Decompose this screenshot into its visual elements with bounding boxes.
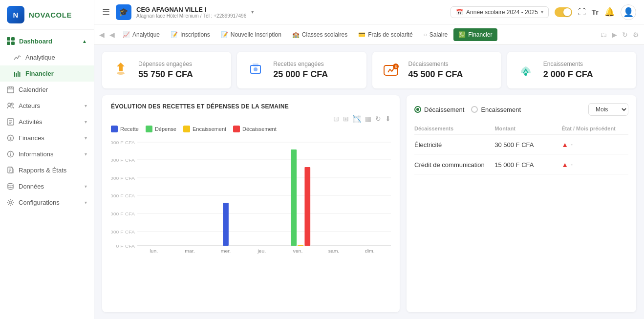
rapports-icon xyxy=(7,167,14,174)
svg-point-12 xyxy=(8,103,11,106)
svg-rect-1 xyxy=(11,37,15,41)
tab-inscriptions[interactable]: 📝 Inscriptions xyxy=(166,28,215,41)
notifications-icon[interactable]: 🔔 xyxy=(604,7,615,17)
school-name: CEG AFAGNAN VILLE I xyxy=(136,6,246,13)
activites-icon xyxy=(7,118,14,126)
panel-table: Décaissements Montant État / Mois précéd… xyxy=(414,123,628,175)
sidebar-item-acteurs[interactable]: Acteurs ▾ xyxy=(0,98,94,114)
school-address: Afagnan face Hôtel Milenium / Tél : +228… xyxy=(136,13,246,19)
chart-tool-crop-icon[interactable]: ⊡ xyxy=(333,115,339,123)
year-selector[interactable]: 📅 Année scolaire 2024 - 2025 ▾ xyxy=(451,6,549,18)
tab-classes-scolaires[interactable]: 🏫 Classes scolaires xyxy=(287,28,352,41)
legend-depense-color xyxy=(146,126,152,132)
tab-salaire[interactable]: ○ Salaire xyxy=(419,28,453,41)
school-details: CEG AFAGNAN VILLE I Afagnan face Hôtel M… xyxy=(136,6,246,19)
tab-nouvelle-inscription-icon: 📝 xyxy=(221,31,228,38)
configurations-chevron-icon: ▾ xyxy=(85,200,87,205)
logo-text: NOVACOLE xyxy=(29,11,72,19)
col-header-montant: Montant xyxy=(494,126,561,131)
svg-text:lun.: lun. xyxy=(150,249,158,254)
svg-text:sam.: sam. xyxy=(328,249,340,254)
tab-prev-icon[interactable]: ◀ xyxy=(97,31,107,39)
tab-refresh-icon[interactable]: ↻ xyxy=(620,31,630,39)
encaissements-label: Encaissements xyxy=(543,61,593,67)
sidebar-item-finances[interactable]: $ Finances ▾ xyxy=(0,130,94,146)
tab-nouvelle-inscription[interactable]: 📝 Nouvelle inscription xyxy=(216,28,286,41)
avatar[interactable]: 👤 xyxy=(621,4,636,20)
chart-tool-bar-icon[interactable]: ▦ xyxy=(365,115,371,123)
sidebar-item-informations[interactable]: i Informations ▾ xyxy=(0,146,94,162)
tab-financier[interactable]: 💹 Financier xyxy=(453,28,497,41)
tab-financier-label: Financier xyxy=(468,31,492,38)
chart-tool-refresh-icon[interactable]: ↻ xyxy=(375,115,381,123)
bar-chart-svg: 60 000 F CFA 50 000 F CFA 40 000 F CFA 3… xyxy=(111,137,391,255)
svg-point-31 xyxy=(254,67,258,71)
legend-encaissement: Encaissement xyxy=(183,126,226,132)
menu-toggle-icon[interactable]: ☰ xyxy=(102,7,110,18)
radio-encaissement[interactable]: Encaissement xyxy=(471,106,521,113)
svg-text:30 000 F CFA: 30 000 F CFA xyxy=(111,193,135,198)
tab-analytique[interactable]: 📈 Analytique xyxy=(118,28,165,41)
translate-icon[interactable]: Tr xyxy=(592,8,599,16)
school-chevron-icon[interactable]: ▾ xyxy=(251,9,254,15)
row-0-etat-value: - xyxy=(571,141,573,148)
theme-toggle[interactable] xyxy=(555,7,572,17)
tab-settings-icon[interactable]: ⚙ xyxy=(631,31,641,39)
panel-row-0: Électricité 30 500 F CFA ▲ - xyxy=(414,135,628,155)
configurations-label: Configurations xyxy=(19,199,60,206)
sidebar-logo[interactable]: N NOVACOLE xyxy=(0,0,94,30)
radio-decaissement-dot xyxy=(416,108,419,111)
chart-card: ÉVOLUTION DES RECETTES ET DÉPENSES DE LA… xyxy=(102,95,400,312)
financier-icon xyxy=(14,70,21,77)
year-label: Année scolaire 2024 - 2025 xyxy=(466,9,538,16)
svg-rect-57 xyxy=(223,203,229,246)
tab-next-left-icon[interactable]: ◀ xyxy=(107,31,117,39)
analytique-label: Analytique xyxy=(25,54,55,61)
sidebar-item-dashboard[interactable]: Dashboard ▲ xyxy=(0,33,94,49)
sidebar-item-analytique[interactable]: Analytique xyxy=(0,49,94,65)
sidebar-item-configurations[interactable]: Configurations ▾ xyxy=(0,194,94,211)
encaissements-info: Encaissements 2 000 F CFA xyxy=(543,61,593,80)
row-1-trend-icon: ▲ xyxy=(561,161,568,169)
chart-tool-table-icon[interactable]: ⊞ xyxy=(343,115,349,123)
tab-analytique-icon: 📈 xyxy=(123,31,130,38)
main-content: ☰ 🎓 CEG AFAGNAN VILLE I Afagnan face Hôt… xyxy=(94,0,644,319)
radio-decaissement[interactable]: Décaissement xyxy=(414,106,464,113)
svg-text:$: $ xyxy=(9,136,12,141)
chart-tool-line-icon[interactable]: 📉 xyxy=(353,115,361,123)
sidebar-item-calendrier[interactable]: Calendrier xyxy=(0,82,94,98)
kpi-row: Dépenses engagées 55 750 F CFA Recettes … xyxy=(102,52,636,88)
chart-tool-download-icon[interactable]: ⬇ xyxy=(385,115,391,123)
sidebar-item-rapports[interactable]: Rapports & États xyxy=(0,162,94,178)
panel-table-header: Décaissements Montant État / Mois précéd… xyxy=(414,123,628,135)
encaissements-icon xyxy=(515,60,537,81)
rapports-label: Rapports & États xyxy=(19,167,66,174)
svg-rect-6 xyxy=(18,71,19,77)
sidebar-item-financier[interactable]: Financier xyxy=(0,65,94,82)
school-info[interactable]: 🎓 CEG AFAGNAN VILLE I Afagnan face Hôtel… xyxy=(116,4,254,20)
tab-classes-label: Classes scolaires xyxy=(302,31,347,38)
sidebar-item-activites[interactable]: Activités ▾ xyxy=(0,114,94,130)
tab-inscriptions-label: Inscriptions xyxy=(180,31,210,38)
col-header-name: Décaissements xyxy=(414,126,494,131)
recettes-value: 25 000 F CFA xyxy=(273,69,328,80)
svg-text:60 000 F CFA: 60 000 F CFA xyxy=(111,140,135,145)
decaissements-label: Décaissements xyxy=(408,61,463,67)
svg-point-28 xyxy=(117,72,125,75)
mois-select[interactable]: Mois xyxy=(588,103,628,116)
svg-text:40 000 F CFA: 40 000 F CFA xyxy=(111,176,135,181)
financier-label: Financier xyxy=(25,70,54,77)
svg-text:mer.: mer. xyxy=(221,249,231,254)
tab-next-icon[interactable]: ▶ xyxy=(610,31,619,39)
tab-classes-icon: 🏫 xyxy=(292,31,300,38)
kpi-recettes: Recettes engagées 25 000 F CFA xyxy=(237,52,366,88)
fullscreen-icon[interactable]: ⛶ xyxy=(578,8,586,17)
sidebar-item-donnees[interactable]: Données ▾ xyxy=(0,178,94,194)
legend-decaissement-color xyxy=(233,126,240,132)
svg-rect-59 xyxy=(298,245,303,246)
svg-rect-60 xyxy=(304,167,310,246)
year-chevron-icon: ▾ xyxy=(541,9,543,15)
dashboard-chevron-icon: ▲ xyxy=(82,39,87,44)
tab-frais-scolarite[interactable]: 💳 Frais de scolarité xyxy=(353,28,417,41)
tab-archive-icon[interactable]: 🗂 xyxy=(598,31,609,39)
